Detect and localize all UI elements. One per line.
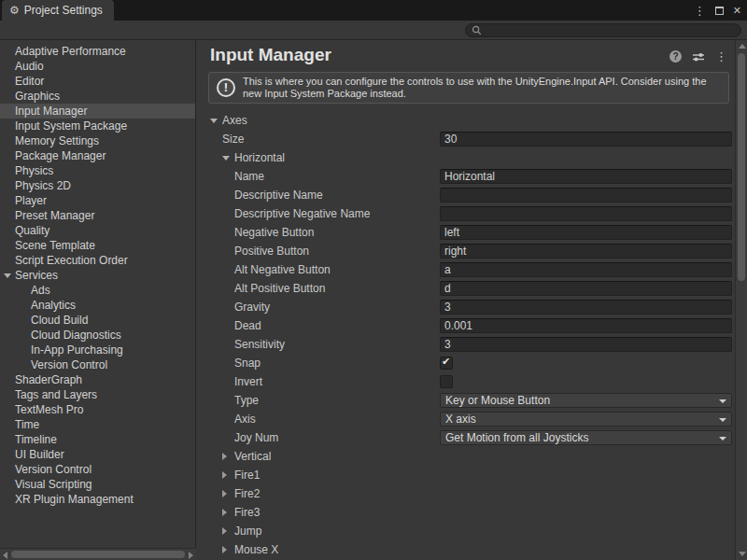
sidebar-item-time[interactable]: Time (0, 417, 195, 432)
foldout-open-icon[interactable] (222, 156, 230, 161)
descriptive-name-field[interactable] (440, 188, 732, 203)
snap-checkbox[interactable]: ✔ (440, 357, 453, 370)
row-jump[interactable]: Jump (197, 522, 735, 540)
help-icon[interactable]: ? (669, 50, 682, 63)
sidebar-item-cloud-build[interactable]: Cloud Build (0, 313, 195, 328)
sidebar-item-input-system-package[interactable]: Input System Package (0, 119, 195, 133)
row-mouse-x[interactable]: Mouse X (197, 540, 735, 559)
foldout-closed-icon[interactable] (222, 546, 227, 553)
foldout-closed-icon[interactable] (222, 527, 227, 535)
foldout-closed-icon[interactable] (222, 453, 227, 460)
sidebar-item-cloud-diagnostics[interactable]: Cloud Diagnostics (0, 328, 195, 343)
axis-dropdown[interactable]: X axis (440, 412, 732, 427)
sidebar-item-package-manager[interactable]: Package Manager (0, 148, 195, 163)
sidebar-item-input-manager[interactable]: Input Manager (0, 104, 195, 119)
joy-num-dropdown[interactable]: Get Motion from all Joysticks (440, 430, 732, 445)
foldout-closed-icon[interactable] (222, 490, 227, 497)
sidebar-item-ads[interactable]: Ads (0, 283, 195, 298)
sidebar-item-label: XR Plugin Management (15, 493, 134, 506)
scroll-right-icon[interactable] (189, 552, 193, 559)
foldout-open-icon[interactable] (210, 119, 218, 123)
sidebar-item-adaptive-performance[interactable]: Adaptive Performance (0, 44, 195, 59)
sidebar-item-ui-builder[interactable]: UI Builder (0, 447, 195, 462)
name-field[interactable]: Horizontal (440, 169, 732, 184)
row-label: Type (234, 394, 259, 407)
horizontal-scroll-thumb[interactable] (11, 551, 185, 558)
check-icon: ✔ (442, 356, 450, 368)
sidebar-horizontal-scrollbar[interactable] (0, 548, 196, 560)
row-fire3[interactable]: Fire3 (197, 503, 735, 522)
panel-menu-icon[interactable]: ⋮ (715, 50, 727, 63)
descriptive-negative-name-field[interactable] (440, 206, 732, 221)
scroll-left-icon[interactable] (3, 552, 7, 559)
row-axes[interactable]: Axes (197, 111, 735, 130)
size-field[interactable]: 30 (440, 132, 732, 147)
search-input[interactable] (486, 25, 735, 36)
row-descriptive-negative-name: Descriptive Negative Name (197, 204, 735, 223)
row-name: Name Horizontal (197, 167, 735, 186)
sidebar-item-player[interactable]: Player (0, 193, 195, 208)
sidebar-item-memory-settings[interactable]: Memory Settings (0, 133, 195, 148)
window-menu-icon[interactable]: ⋮ (694, 5, 706, 17)
dead-field[interactable]: 0.001 (440, 318, 732, 333)
gravity-field[interactable]: 3 (440, 300, 732, 315)
sidebar-item-timeline[interactable]: Timeline (0, 432, 195, 447)
row-fire2[interactable]: Fire2 (197, 484, 735, 503)
row-vertical[interactable]: Vertical (197, 447, 735, 466)
positive-button-field[interactable]: right (440, 244, 732, 259)
vertical-scrollbar[interactable] (735, 40, 747, 560)
scroll-down-icon[interactable] (739, 552, 746, 556)
sidebar-item-graphics[interactable]: Graphics (0, 89, 195, 104)
sidebar-item-audio[interactable]: Audio (0, 59, 195, 74)
tab-project-settings[interactable]: ⚙ Project Settings (2, 0, 114, 21)
sidebar-item-label: Scene Template (15, 239, 95, 252)
sidebar-item-visual-scripting[interactable]: Visual Scripting (0, 477, 195, 492)
row-label: Positive Button (234, 245, 309, 258)
sidebar-item-label: Quality (15, 224, 49, 237)
sidebar-item-services[interactable]: Services (0, 268, 195, 283)
negative-button-field[interactable]: left (440, 225, 732, 240)
alt-positive-button-field[interactable]: d (440, 281, 732, 296)
row-label: Axis (234, 413, 256, 426)
row-descriptive-name: Descriptive Name (197, 186, 735, 204)
row-label: Descriptive Negative Name (234, 207, 370, 220)
sidebar-item-version-control-service[interactable]: Version Control (0, 357, 195, 372)
invert-checkbox[interactable] (440, 375, 453, 388)
sidebar-item-version-control[interactable]: Version Control (0, 462, 195, 477)
row-snap: Snap ✔ (197, 354, 735, 372)
sidebar-item-textmesh-pro[interactable]: TextMesh Pro (0, 402, 195, 417)
scroll-up-icon[interactable] (739, 44, 746, 49)
sidebar-item-script-execution-order[interactable]: Script Execution Order (0, 253, 195, 268)
search-box[interactable] (465, 23, 741, 37)
sensitivity-field[interactable]: 3 (440, 337, 732, 352)
sidebar-item-physics-2d[interactable]: Physics 2D (0, 178, 195, 193)
sidebar-item-shadergraph[interactable]: ShaderGraph (0, 372, 195, 387)
sidebar-item-physics[interactable]: Physics (0, 163, 195, 178)
close-icon[interactable]: ✕ (733, 6, 741, 16)
row-horizontal[interactable]: Horizontal (197, 148, 735, 167)
sidebar-item-tags-and-layers[interactable]: Tags and Layers (0, 387, 195, 402)
sidebar-item-label: Adaptive Performance (15, 45, 126, 58)
row-label: Negative Button (234, 226, 314, 239)
row-label: Joy Num (234, 431, 278, 444)
type-dropdown[interactable]: Key or Mouse Button (440, 393, 732, 408)
sidebar-item-preset-manager[interactable]: Preset Manager (0, 208, 195, 223)
sidebar-item-label: Cloud Diagnostics (31, 329, 121, 342)
presets-icon[interactable] (692, 51, 705, 63)
row-sensitivity: Sensitivity 3 (197, 335, 735, 354)
sidebar-item-xr-plugin-management[interactable]: XR Plugin Management (0, 492, 195, 507)
sidebar-item-in-app-purchasing[interactable]: In-App Purchasing (0, 343, 195, 357)
row-fire1[interactable]: Fire1 (197, 466, 735, 484)
sidebar-item-scene-template[interactable]: Scene Template (0, 238, 195, 253)
sidebar-item-label: Ads (31, 284, 50, 297)
sidebar-item-analytics[interactable]: Analytics (0, 298, 195, 313)
foldout-open-icon[interactable] (4, 273, 11, 278)
maximize-icon[interactable] (715, 7, 724, 15)
sidebar-item-quality[interactable]: Quality (0, 223, 195, 238)
sidebar-item-label: UI Builder (15, 448, 64, 461)
sidebar-item-editor[interactable]: Editor (0, 74, 195, 89)
vertical-scroll-thumb[interactable] (738, 53, 745, 281)
foldout-closed-icon[interactable] (222, 509, 227, 516)
alt-negative-button-field[interactable]: a (440, 262, 732, 277)
foldout-closed-icon[interactable] (222, 471, 227, 479)
